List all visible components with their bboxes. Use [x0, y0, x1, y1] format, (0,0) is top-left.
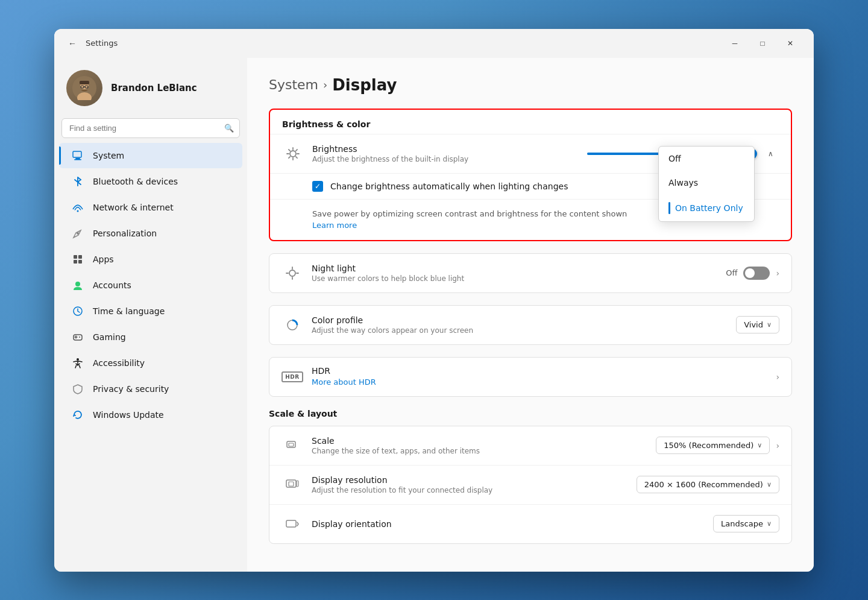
close-button[interactable]: ✕ — [776, 34, 804, 53]
scale-desc: Change the size of text, apps, and other… — [312, 447, 656, 455]
minimize-button[interactable]: ─ — [721, 34, 749, 53]
night-light-row: Night light Use warmer colors to help bl… — [269, 254, 791, 292]
sidebar-item-label-gaming: Gaming — [93, 332, 126, 342]
dropdown-item-always[interactable]: Always — [659, 171, 754, 195]
accessibility-icon — [71, 356, 84, 370]
sidebar-item-label-time: Time & language — [93, 306, 165, 316]
hdr-chevron: › — [776, 372, 779, 382]
sidebar-item-time[interactable]: Time & language — [59, 298, 242, 324]
orientation-icon — [281, 513, 303, 535]
svg-rect-4 — [80, 81, 89, 84]
dropdown-item-off[interactable]: Off — [659, 147, 754, 171]
sidebar-item-system[interactable]: System — [59, 143, 242, 168]
resolution-dropdown[interactable]: 2400 × 1600 (Recommended) ∨ — [637, 476, 779, 493]
titlebar-title: Settings — [86, 39, 118, 48]
svg-rect-43 — [297, 481, 298, 487]
sidebar-nav: System Bluetooth & devices Network & int… — [54, 143, 247, 428]
sidebar-item-accessibility[interactable]: Accessibility — [59, 350, 242, 376]
sidebar-item-label-bluetooth: Bluetooth & devices — [93, 177, 178, 186]
main-content: System › Display Brightness & color Brig… — [247, 58, 814, 572]
sidebar-item-privacy[interactable]: Privacy & security — [59, 376, 242, 402]
search-input[interactable] — [61, 118, 240, 138]
scale-value: 150% (Recommended) — [664, 441, 753, 450]
color-profile-dropdown[interactable]: Vivid ∨ — [736, 316, 779, 333]
night-light-toggle[interactable] — [743, 267, 770, 280]
privacy-icon — [71, 382, 84, 396]
color-profile-dropdown-arrow: ∨ — [767, 321, 772, 329]
orientation-dropdown[interactable]: Landscape ∨ — [713, 515, 779, 532]
svg-point-22 — [79, 336, 80, 338]
scale-info: Scale Change the size of text, apps, and… — [312, 436, 656, 455]
avatar[interactable] — [66, 70, 102, 106]
brightness-desc: Adjust the brightness of the built-in di… — [312, 155, 587, 163]
selected-indicator — [668, 202, 670, 214]
svg-rect-42 — [289, 482, 294, 486]
color-profile-name: Color profile — [312, 315, 736, 325]
hdr-section: HDR HDR More about HDR › — [269, 357, 792, 397]
sidebar-item-label-update: Windows Update — [93, 410, 164, 420]
brightness-name: Brightness — [312, 144, 587, 154]
resolution-control: 2400 × 1600 (Recommended) ∨ — [637, 476, 779, 493]
breadcrumb-current: Display — [332, 76, 397, 94]
network-icon — [71, 201, 84, 214]
sidebar-item-gaming[interactable]: Gaming — [59, 324, 242, 350]
update-icon — [71, 408, 84, 422]
resolution-row: Display resolution Adjust the resolution… — [269, 465, 791, 504]
sidebar-item-personalization[interactable]: Personalization — [59, 221, 242, 246]
color-profile-icon — [281, 314, 303, 336]
back-button[interactable]: ← — [64, 35, 81, 52]
hdr-row: HDR HDR More about HDR › — [269, 358, 791, 396]
auto-brightness-label: Change brightness automatically when lig… — [330, 182, 568, 191]
breadcrumb-separator: › — [323, 78, 327, 91]
scale-dropdown-arrow: ∨ — [757, 441, 762, 449]
color-profile-row: Color profile Adjust the way colors appe… — [269, 306, 791, 344]
content-area: Brandon LeBlanc 🔍 System — [54, 58, 814, 572]
night-light-control: Off › — [726, 267, 779, 280]
sidebar-item-bluetooth[interactable]: Bluetooth & devices — [59, 169, 242, 194]
color-profile-section: Color profile Adjust the way colors appe… — [269, 305, 792, 345]
resolution-dropdown-arrow: ∨ — [767, 481, 772, 488]
auto-brightness-checkbox[interactable]: ✓ — [312, 181, 323, 192]
search-box: 🔍 — [61, 118, 240, 138]
resolution-value: 2400 × 1600 (Recommended) — [644, 480, 763, 489]
svg-rect-14 — [78, 255, 82, 259]
hdr-name: HDR — [312, 366, 776, 376]
hdr-info: HDR More about HDR — [312, 366, 776, 387]
scale-icon — [281, 435, 303, 456]
svg-point-24 — [290, 151, 296, 157]
hdr-link[interactable]: More about HDR — [312, 377, 376, 387]
system-icon — [71, 149, 84, 162]
resolution-info: Display resolution Adjust the resolution… — [312, 475, 637, 494]
user-section: Brandon LeBlanc — [54, 63, 247, 118]
resolution-desc: Adjust the resolution to fit your connec… — [312, 486, 637, 494]
night-light-state: Off — [726, 268, 737, 277]
brightness-info: Brightness Adjust the brightness of the … — [312, 144, 587, 163]
scale-control: 150% (Recommended) ∨ › — [656, 437, 779, 454]
sidebar-item-network[interactable]: Network & internet — [59, 195, 242, 220]
resolution-icon — [281, 474, 303, 496]
orientation-info: Display orientation — [312, 519, 713, 529]
night-light-info: Night light Use warmer colors to help bl… — [312, 264, 726, 283]
time-icon — [71, 305, 84, 318]
sidebar-item-label-accounts: Accounts — [93, 280, 131, 290]
brightness-collapse-button[interactable]: ∧ — [762, 145, 779, 162]
sidebar-item-accounts[interactable]: Accounts — [59, 273, 242, 298]
bluetooth-icon — [71, 175, 84, 188]
svg-point-23 — [77, 358, 79, 361]
scale-row: Scale Change the size of text, apps, and… — [269, 426, 791, 465]
orientation-control: Landscape ∨ — [713, 515, 779, 532]
sidebar-item-label-system: System — [93, 151, 124, 160]
brightness-color-section: Brightness & color Brightness Adjust the… — [269, 109, 792, 241]
svg-line-32 — [289, 156, 290, 157]
sidebar-item-apps[interactable]: Apps — [59, 247, 242, 272]
scale-dropdown[interactable]: 150% (Recommended) ∨ — [656, 437, 770, 454]
maximize-button[interactable]: □ — [749, 34, 776, 53]
apps-icon — [71, 253, 84, 266]
svg-line-31 — [296, 149, 297, 150]
gaming-icon — [71, 330, 84, 344]
learn-more-link[interactable]: Learn more — [312, 221, 357, 230]
dropdown-item-battery[interactable]: On Battery Only — [659, 195, 754, 221]
svg-point-17 — [75, 282, 80, 286]
sidebar-item-update[interactable]: Windows Update — [59, 402, 242, 428]
orientation-dropdown-arrow: ∨ — [767, 520, 772, 528]
